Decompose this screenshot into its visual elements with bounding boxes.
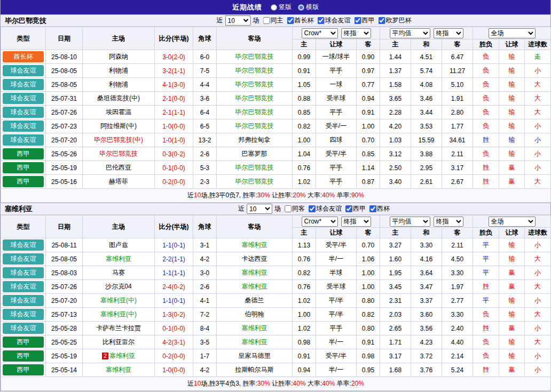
result-winloss: 负 xyxy=(473,119,499,133)
filter-checkbox-0-3-input[interactable] xyxy=(355,17,361,24)
filter-checkbox-1-3[interactable]: 西杯 xyxy=(367,204,390,213)
odds-handicap: 平手 xyxy=(316,175,357,189)
away-team-link[interactable]: 塞维利亚 xyxy=(217,266,293,280)
away-team-link[interactable]: 桑德兰 xyxy=(217,294,293,308)
odds-home: 0.91 xyxy=(293,349,316,363)
home-team-link[interactable]: 2塞维利亚 xyxy=(83,349,155,363)
away-team-link[interactable]: 毕尔巴鄂竞技 xyxy=(217,50,293,64)
away-team-link[interactable]: 毕尔巴鄂竞技 xyxy=(217,64,293,78)
avg-value-select[interactable]: 平均值 xyxy=(390,217,430,227)
filter-checkbox-0-4[interactable]: 欧罗巴杯 xyxy=(376,16,412,25)
home-team-link[interactable]: 毕尔巴鄂竞技 xyxy=(83,147,155,161)
filter-checkbox-0-3[interactable]: 西甲 xyxy=(352,16,375,25)
away-team-link[interactable]: 毕尔巴鄂竞技 xyxy=(217,161,293,175)
avg-away: 2.11 xyxy=(442,147,473,161)
home-team-link[interactable]: 赫塔菲 xyxy=(83,175,155,189)
home-team-link[interactable]: 塞维利亚(中) xyxy=(83,294,155,308)
avg-terminal-select[interactable]: 终指 xyxy=(434,28,463,38)
home-team-link[interactable]: 埃因霍温 xyxy=(83,106,155,119)
filter-checkbox-0-2-input[interactable] xyxy=(318,17,325,24)
away-team-link[interactable]: 伯明翰 xyxy=(217,308,293,322)
match-score: 4-1(3-0) xyxy=(155,78,193,92)
avg-home: 3.45 xyxy=(380,280,411,294)
home-team-link[interactable]: 利物浦 xyxy=(83,78,155,92)
filter-checkbox-1-0[interactable]: 同客 xyxy=(282,204,305,213)
away-team-link[interactable]: 邦弗拉甸拿 xyxy=(217,133,293,147)
home-team-link[interactable]: 塞维利亚 xyxy=(83,252,155,266)
avg-home: 1.68 xyxy=(380,363,411,377)
filter-checkbox-1-1-input[interactable] xyxy=(309,205,316,212)
away-team-link[interactable]: 毕尔巴鄂竞技 xyxy=(217,119,293,133)
match-count-select[interactable]: 10 xyxy=(225,15,251,26)
match-date: 25-08-03 xyxy=(46,266,83,280)
home-team-link[interactable]: 马赛 xyxy=(83,266,155,280)
avg-value-select[interactable]: 平均值 xyxy=(390,28,430,38)
odds-company-select[interactable]: Crow* xyxy=(302,28,338,38)
away-team-link[interactable]: 塞维利亚 xyxy=(217,335,293,349)
away-team-link[interactable]: 拉斯帕尔马斯 xyxy=(217,363,293,377)
home-team-link[interactable]: 比利亚雷尔 xyxy=(83,335,155,349)
home-team-link[interactable]: 巴伦西亚 xyxy=(83,161,155,175)
away-team-link[interactable]: 塞维利亚 xyxy=(217,238,293,252)
layout-radio-vertical-input[interactable] xyxy=(271,4,277,11)
fulltime-select[interactable]: 全场 xyxy=(489,28,536,38)
away-team-link[interactable]: 皇家马德里 xyxy=(217,349,293,363)
home-team-link[interactable]: 图卢兹 xyxy=(83,238,155,252)
home-team-link[interactable]: 塞维利亚 xyxy=(83,363,155,377)
odds-handicap: 平/半 xyxy=(316,294,357,308)
fulltime-select[interactable]: 全场 xyxy=(489,217,536,227)
odds-away: 1.00 xyxy=(357,266,380,280)
filter-checkbox-1-2[interactable]: 西甲 xyxy=(343,204,366,213)
home-team-link[interactable]: 利物浦 xyxy=(83,64,155,78)
away-team-link[interactable]: 毕尔巴鄂竞技 xyxy=(217,106,293,119)
home-team-link[interactable]: 毕尔巴鄂竞技(中) xyxy=(83,133,155,147)
home-team-link[interactable]: 阿森纳 xyxy=(83,50,155,64)
avg-terminal-select[interactable]: 终指 xyxy=(434,217,463,227)
filter-checkbox-0-1-input[interactable] xyxy=(287,17,294,24)
away-team-link[interactable]: 塞维利亚 xyxy=(217,322,293,335)
match-row: 球会友谊25-07-23阿拉维斯(中)1-0(0-0)6-5毕尔巴鄂竞技0.82… xyxy=(1,119,551,133)
layout-radio-horizontal[interactable]: 横版 xyxy=(298,3,319,12)
away-team-link[interactable]: 卡达西亚 xyxy=(217,252,293,266)
filter-checkbox-0-4-input[interactable] xyxy=(379,17,385,24)
home-team-link[interactable]: 沙尔克04 xyxy=(83,280,155,294)
odds-home: 0.76 xyxy=(293,280,316,294)
away-team-link[interactable]: 毕尔巴鄂竞技 xyxy=(217,175,293,189)
away-team-link[interactable]: 毕尔巴鄂竞技 xyxy=(217,92,293,106)
filter-checkbox-0-0[interactable]: 同主 xyxy=(261,16,284,25)
competition-badge: 球会友谊 xyxy=(3,121,44,132)
filter-checkbox-0-2[interactable]: 球会友谊 xyxy=(315,16,351,25)
corner-score: 2-6 xyxy=(193,280,217,294)
match-date: 25-05-25 xyxy=(46,335,83,349)
match-row: 酋长杯25-08-10阿森纳3-0(2-0)6-0毕尔巴鄂竞技0.99一球/球半… xyxy=(1,50,551,64)
odds-home: 0.94 xyxy=(293,363,316,377)
match-row: 西甲25-05-25比利亚雷尔4-2(3-1)3-5塞维利亚0.98半/一0.9… xyxy=(1,335,551,349)
home-team-link[interactable]: 阿拉维斯(中) xyxy=(83,119,155,133)
home-team-link[interactable]: 塞维利亚(中) xyxy=(83,308,155,322)
odds-terminal-select[interactable]: 终指 xyxy=(341,217,371,227)
home-team-link[interactable]: 桑坦德竞技(中) xyxy=(83,92,155,106)
odds-header-group: Crow*终指 xyxy=(293,27,380,39)
filter-checkbox-0-1[interactable]: 酋长杯 xyxy=(285,16,314,25)
away-team-link[interactable]: 塞维利亚 xyxy=(217,280,293,294)
avg-away: 34.61 xyxy=(442,133,473,147)
result-goals: 大 xyxy=(525,280,551,294)
filter-checkbox-1-3-input[interactable] xyxy=(369,205,376,212)
odds-handicap: 受平/半 xyxy=(316,238,357,252)
away-team-link[interactable]: 巴塞罗那 xyxy=(217,147,293,161)
odds-company-select[interactable]: Crow* xyxy=(302,217,338,227)
filter-checkbox-0-0-input[interactable] xyxy=(263,17,270,24)
home-team-link[interactable]: 卡萨布兰卡拉贾 xyxy=(83,322,155,335)
match-score: 0-1(0-0) xyxy=(155,161,193,175)
result-handicap: 输 xyxy=(499,133,525,147)
odds-terminal-select[interactable]: 终指 xyxy=(341,28,371,38)
avg-home: 2.50 xyxy=(380,161,411,175)
filter-checkbox-1-2-input[interactable] xyxy=(345,205,352,212)
away-team-link[interactable]: 毕尔巴鄂竞技 xyxy=(217,78,293,92)
filter-checkbox-1-1[interactable]: 球会友谊 xyxy=(306,204,342,213)
red-card-badge: 2 xyxy=(102,353,108,359)
layout-radio-horizontal-input[interactable] xyxy=(298,4,304,11)
layout-radio-vertical[interactable]: 竖版 xyxy=(271,3,292,12)
filter-checkbox-1-0-input[interactable] xyxy=(285,205,292,212)
match-count-select[interactable]: 10 xyxy=(247,204,272,214)
